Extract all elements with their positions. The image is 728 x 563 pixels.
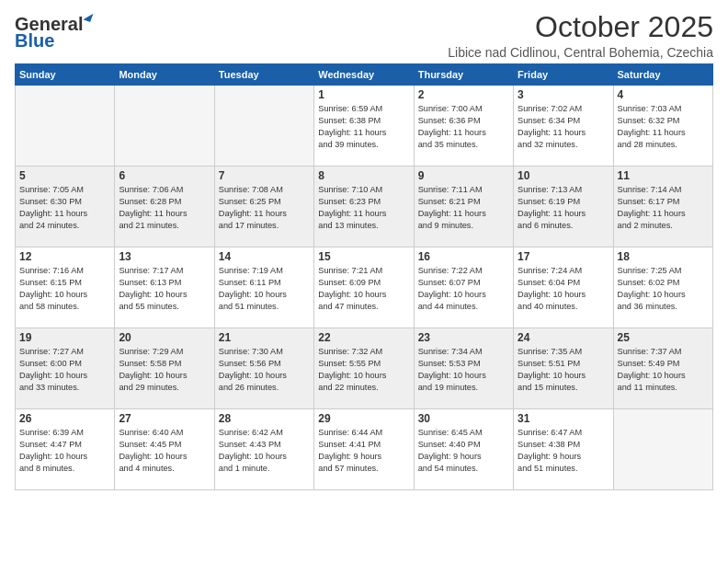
month-title: October 2025	[448, 11, 713, 43]
table-row: 24Sunrise: 7:35 AM Sunset: 5:51 PM Dayli…	[514, 328, 613, 409]
day-info: Sunrise: 6:45 AM Sunset: 4:40 PM Dayligh…	[418, 427, 509, 475]
day-info: Sunrise: 6:47 AM Sunset: 4:38 PM Dayligh…	[518, 427, 609, 475]
day-number: 9	[418, 169, 509, 182]
day-info: Sunrise: 7:17 AM Sunset: 6:13 PM Dayligh…	[119, 265, 210, 313]
table-row: 31Sunrise: 6:47 AM Sunset: 4:38 PM Dayli…	[514, 409, 613, 490]
header-row: General Blue October 2025 Libice nad Cid…	[15, 11, 713, 60]
calendar-body: 1Sunrise: 6:59 AM Sunset: 6:38 PM Daylig…	[16, 86, 713, 490]
calendar-week-row: 5Sunrise: 7:05 AM Sunset: 6:30 PM Daylig…	[16, 167, 713, 247]
table-row: 16Sunrise: 7:22 AM Sunset: 6:07 PM Dayli…	[414, 247, 513, 328]
day-number: 19	[19, 331, 110, 344]
col-tuesday: Tuesday	[214, 64, 313, 86]
calendar-header-row: Sunday Monday Tuesday Wednesday Thursday…	[16, 64, 713, 86]
day-info: Sunrise: 6:40 AM Sunset: 4:45 PM Dayligh…	[119, 427, 210, 475]
calendar: Sunday Monday Tuesday Wednesday Thursday…	[15, 63, 713, 490]
table-row: 8Sunrise: 7:10 AM Sunset: 6:23 PM Daylig…	[314, 167, 414, 247]
table-row: 26Sunrise: 6:39 AM Sunset: 4:47 PM Dayli…	[16, 409, 115, 490]
day-number: 28	[219, 412, 310, 425]
calendar-week-row: 26Sunrise: 6:39 AM Sunset: 4:47 PM Dayli…	[16, 409, 713, 490]
day-number: 5	[19, 169, 110, 182]
table-row: 14Sunrise: 7:19 AM Sunset: 6:11 PM Dayli…	[214, 247, 313, 328]
day-number: 22	[318, 331, 409, 344]
table-row: 5Sunrise: 7:05 AM Sunset: 6:30 PM Daylig…	[16, 167, 115, 247]
day-number: 21	[219, 331, 310, 344]
table-row: 28Sunrise: 6:42 AM Sunset: 4:43 PM Dayli…	[214, 409, 313, 490]
day-number: 15	[318, 250, 409, 263]
day-number: 24	[518, 331, 609, 344]
day-info: Sunrise: 7:10 AM Sunset: 6:23 PM Dayligh…	[318, 184, 409, 232]
day-number: 1	[318, 88, 409, 101]
day-info: Sunrise: 7:19 AM Sunset: 6:11 PM Dayligh…	[219, 265, 310, 313]
table-row: 3Sunrise: 7:02 AM Sunset: 6:34 PM Daylig…	[514, 86, 613, 167]
day-info: Sunrise: 7:27 AM Sunset: 6:00 PM Dayligh…	[19, 346, 110, 394]
table-row: 15Sunrise: 7:21 AM Sunset: 6:09 PM Dayli…	[314, 247, 414, 328]
day-info: Sunrise: 7:00 AM Sunset: 6:36 PM Dayligh…	[418, 103, 509, 151]
table-row: 20Sunrise: 7:29 AM Sunset: 5:58 PM Dayli…	[115, 328, 214, 409]
day-number: 25	[618, 331, 709, 344]
table-row: 11Sunrise: 7:14 AM Sunset: 6:17 PM Dayli…	[613, 167, 712, 247]
day-info: Sunrise: 7:35 AM Sunset: 5:51 PM Dayligh…	[518, 346, 609, 394]
table-row	[16, 86, 115, 167]
day-number: 30	[418, 412, 509, 425]
col-thursday: Thursday	[414, 64, 513, 86]
day-info: Sunrise: 7:06 AM Sunset: 6:28 PM Dayligh…	[119, 184, 210, 232]
day-info: Sunrise: 7:08 AM Sunset: 6:25 PM Dayligh…	[219, 184, 310, 232]
table-row: 17Sunrise: 7:24 AM Sunset: 6:04 PM Dayli…	[514, 247, 613, 328]
table-row: 22Sunrise: 7:32 AM Sunset: 5:55 PM Dayli…	[314, 328, 414, 409]
table-row	[214, 86, 313, 167]
day-number: 10	[518, 169, 609, 182]
day-info: Sunrise: 7:34 AM Sunset: 5:53 PM Dayligh…	[418, 346, 509, 394]
logo: General Blue	[15, 15, 92, 50]
day-number: 11	[618, 169, 709, 182]
page-container: General Blue October 2025 Libice nad Cid…	[0, 0, 728, 498]
day-info: Sunrise: 7:29 AM Sunset: 5:58 PM Dayligh…	[119, 346, 210, 394]
table-row: 25Sunrise: 7:37 AM Sunset: 5:49 PM Dayli…	[613, 328, 712, 409]
table-row: 27Sunrise: 6:40 AM Sunset: 4:45 PM Dayli…	[115, 409, 214, 490]
day-number: 26	[19, 412, 110, 425]
table-row: 2Sunrise: 7:00 AM Sunset: 6:36 PM Daylig…	[414, 86, 513, 167]
col-wednesday: Wednesday	[314, 64, 414, 86]
table-row: 4Sunrise: 7:03 AM Sunset: 6:32 PM Daylig…	[613, 86, 712, 167]
day-info: Sunrise: 7:24 AM Sunset: 6:04 PM Dayligh…	[518, 265, 609, 313]
day-number: 31	[518, 412, 609, 425]
location-title: Libice nad Cidlinou, Central Bohemia, Cz…	[448, 45, 713, 60]
day-number: 14	[219, 250, 310, 263]
logo-blue: Blue	[15, 31, 54, 50]
table-row: 19Sunrise: 7:27 AM Sunset: 6:00 PM Dayli…	[16, 328, 115, 409]
day-number: 8	[318, 169, 409, 182]
day-info: Sunrise: 7:13 AM Sunset: 6:19 PM Dayligh…	[518, 184, 609, 232]
table-row: 6Sunrise: 7:06 AM Sunset: 6:28 PM Daylig…	[115, 167, 214, 247]
day-info: Sunrise: 7:37 AM Sunset: 5:49 PM Dayligh…	[618, 346, 709, 394]
day-number: 29	[318, 412, 409, 425]
table-row: 21Sunrise: 7:30 AM Sunset: 5:56 PM Dayli…	[214, 328, 313, 409]
table-row	[115, 86, 214, 167]
table-row: 1Sunrise: 6:59 AM Sunset: 6:38 PM Daylig…	[314, 86, 414, 167]
day-number: 20	[119, 331, 210, 344]
table-row: 13Sunrise: 7:17 AM Sunset: 6:13 PM Dayli…	[115, 247, 214, 328]
col-monday: Monday	[115, 64, 214, 86]
day-info: Sunrise: 7:05 AM Sunset: 6:30 PM Dayligh…	[19, 184, 110, 232]
day-number: 18	[618, 250, 709, 263]
day-number: 12	[19, 250, 110, 263]
day-number: 17	[518, 250, 609, 263]
day-number: 6	[119, 169, 210, 182]
col-saturday: Saturday	[613, 64, 712, 86]
table-row: 10Sunrise: 7:13 AM Sunset: 6:19 PM Dayli…	[514, 167, 613, 247]
calendar-week-row: 1Sunrise: 6:59 AM Sunset: 6:38 PM Daylig…	[16, 86, 713, 167]
day-number: 7	[219, 169, 310, 182]
table-row: 30Sunrise: 6:45 AM Sunset: 4:40 PM Dayli…	[414, 409, 513, 490]
day-info: Sunrise: 7:03 AM Sunset: 6:32 PM Dayligh…	[618, 103, 709, 151]
day-info: Sunrise: 7:22 AM Sunset: 6:07 PM Dayligh…	[418, 265, 509, 313]
day-info: Sunrise: 7:32 AM Sunset: 5:55 PM Dayligh…	[318, 346, 409, 394]
day-info: Sunrise: 7:02 AM Sunset: 6:34 PM Dayligh…	[518, 103, 609, 151]
col-sunday: Sunday	[16, 64, 115, 86]
day-number: 3	[518, 88, 609, 101]
table-row: 23Sunrise: 7:34 AM Sunset: 5:53 PM Dayli…	[414, 328, 513, 409]
calendar-week-row: 12Sunrise: 7:16 AM Sunset: 6:15 PM Dayli…	[16, 247, 713, 328]
day-info: Sunrise: 6:59 AM Sunset: 6:38 PM Dayligh…	[318, 103, 409, 151]
table-row: 7Sunrise: 7:08 AM Sunset: 6:25 PM Daylig…	[214, 167, 313, 247]
table-row: 18Sunrise: 7:25 AM Sunset: 6:02 PM Dayli…	[613, 247, 712, 328]
col-friday: Friday	[514, 64, 613, 86]
day-number: 23	[418, 331, 509, 344]
day-info: Sunrise: 7:11 AM Sunset: 6:21 PM Dayligh…	[418, 184, 509, 232]
